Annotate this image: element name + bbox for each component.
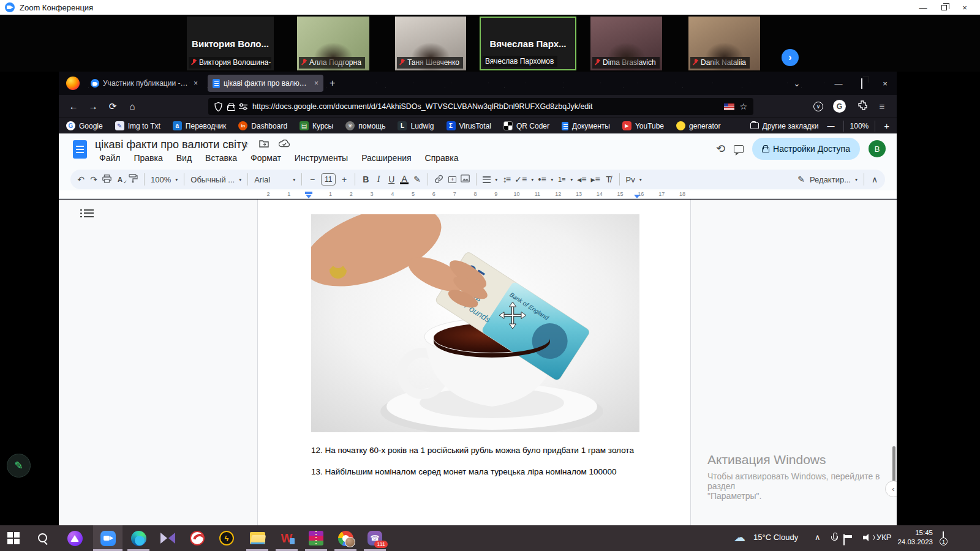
menu-insert[interactable]: Вставка — [200, 152, 243, 163]
address-bar[interactable]: https://docs.google.com/document/d/14Akh… — [208, 98, 753, 115]
numbered-list-icon[interactable]: 1≡ — [557, 176, 566, 183]
document-image-banknote-in-coffee[interactable]: £5 Bank of England Five Pounds — [311, 214, 639, 432]
participant-tile-viktoria[interactable]: Виктория Воло... Виктория Волошина-... — [187, 17, 274, 70]
list-all-tabs-chevron[interactable]: ⌄ — [785, 79, 809, 88]
taskbar-chrome-icon[interactable] — [337, 530, 353, 546]
bookmark-google[interactable]: GGoogle — [66, 121, 103, 130]
taskbar-daemon-tools-icon[interactable]: ϟ — [219, 530, 235, 546]
bookmark-translator[interactable]: aПереводчик — [173, 121, 227, 130]
show-outline-icon[interactable] — [84, 209, 94, 217]
print-icon[interactable] — [102, 174, 111, 185]
menu-format[interactable]: Формат — [245, 152, 287, 163]
pocket-icon[interactable]: ∨ — [813, 102, 833, 111]
underline-button[interactable]: U — [387, 174, 396, 184]
page-zoom-in-button[interactable]: + — [884, 121, 889, 131]
menu-view[interactable]: Вид — [171, 152, 197, 163]
spell-check-icon[interactable]: A — [116, 176, 124, 183]
tab-close-icon[interactable]: × — [313, 79, 318, 88]
zoom-minimize-button[interactable]: — — [913, 1, 933, 14]
taskbar-kmplayer-icon[interactable] — [160, 530, 176, 546]
italic-button[interactable]: I — [374, 174, 383, 184]
menu-file[interactable]: Файл — [94, 152, 126, 163]
clear-formatting-icon[interactable]: T̸ — [605, 174, 613, 184]
browser-restore-button[interactable] — [850, 79, 873, 88]
bookmark-star-icon[interactable]: ☆ — [739, 102, 747, 111]
start-button[interactable] — [6, 530, 21, 546]
reload-button[interactable]: ⟳ — [103, 101, 123, 112]
tray-clock[interactable]: 15:4524.03.2023 — [896, 528, 933, 547]
insert-image-icon[interactable] — [461, 174, 470, 184]
zoom-restore-button[interactable] — [933, 1, 954, 14]
forward-button[interactable]: → — [83, 101, 103, 111]
editing-mode-select[interactable]: Редактир... — [810, 175, 851, 184]
pv-extension-button[interactable]: Pv — [626, 175, 635, 184]
cloud-saved-icon[interactable] — [279, 140, 290, 149]
bookmark-documents[interactable]: Документы — [562, 122, 610, 130]
bookmark-qr-coder[interactable]: QR Coder — [503, 121, 549, 130]
other-bookmarks-folder[interactable]: Другие закладки — [750, 122, 819, 130]
version-history-icon[interactable]: ⟲ — [716, 142, 725, 156]
align-icon[interactable] — [483, 176, 491, 183]
taskbar-winrar-icon[interactable] — [308, 530, 324, 546]
menu-hamburger-icon[interactable]: ≡ — [872, 101, 892, 111]
taskbar-wps-office-icon[interactable]: W — [279, 530, 295, 546]
document-ruler[interactable]: 21123456789101112131415161718 — [59, 190, 897, 199]
add-comment-icon[interactable]: + — [448, 176, 456, 183]
comments-icon[interactable] — [734, 145, 744, 153]
taskbar-comodo-icon[interactable] — [189, 530, 205, 546]
document-page[interactable]: £5 Bank of England Five Pounds — [257, 200, 691, 525]
page-zoom-out-button[interactable]: — — [827, 122, 835, 130]
participant-tile-danik[interactable]: Danik Nataliia — [688, 17, 760, 70]
participant-tile-tanya[interactable]: Таня Шевченко — [395, 17, 466, 70]
font-size-field[interactable]: 11 — [321, 173, 336, 186]
firefox-logo-icon[interactable] — [66, 77, 80, 90]
collapse-toolbar-chevron[interactable]: ∧ — [870, 174, 879, 184]
google-docs-logo[interactable] — [73, 140, 87, 159]
notification-center-icon[interactable]: 1 — [943, 531, 944, 543]
bulleted-list-icon[interactable]: •≡ — [538, 174, 546, 184]
taskbar-alice-icon[interactable] — [67, 530, 83, 546]
participant-tile-alla[interactable]: Алла Подгорна — [297, 17, 369, 70]
increase-font-size-button[interactable]: + — [340, 174, 349, 184]
bookmark-kursy[interactable]: ▤Курсы — [300, 121, 333, 130]
tab-zoom-participant[interactable]: Участник публикации - Zoom × — [86, 75, 203, 92]
browser-minimize-button[interactable]: — — [827, 79, 850, 88]
tab-google-docs-active[interactable]: цікаві факти про валюти світу × — [208, 75, 323, 92]
decrease-font-size-button[interactable]: − — [308, 174, 317, 184]
paragraph-style-select[interactable]: Обычный ... — [190, 175, 235, 184]
taskbar-zoom-icon[interactable] — [100, 530, 116, 546]
insert-link-icon[interactable] — [434, 174, 444, 185]
browser-close-button[interactable]: × — [873, 79, 897, 88]
zoom-select[interactable]: 100% — [151, 175, 171, 184]
bookmark-virustotal[interactable]: ΣVirusTotal — [447, 121, 491, 130]
font-select[interactable]: Arial — [254, 175, 288, 184]
menu-edit[interactable]: Правка — [128, 152, 168, 163]
zoom-close-button[interactable]: × — [954, 1, 975, 14]
first-line-indent-marker[interactable] — [305, 192, 312, 194]
us-flag-translate-icon[interactable] — [724, 103, 734, 110]
taskbar-edge-icon[interactable] — [130, 530, 146, 546]
share-settings-button[interactable]: Настройки Доступа — [752, 138, 860, 160]
menu-tools[interactable]: Инструменты — [289, 152, 353, 163]
new-tab-button[interactable]: + — [330, 78, 335, 89]
bookmark-img-to-txt[interactable]: ✎Img to Txt — [115, 121, 160, 130]
line-spacing-icon[interactable]: ↕≡ — [502, 174, 510, 184]
decrease-indent-icon[interactable]: ◂≡ — [577, 174, 586, 184]
tray-expand-chevron[interactable]: ∧ — [815, 533, 821, 542]
tracking-protection-shield-icon[interactable] — [214, 102, 222, 111]
right-indent-marker[interactable] — [634, 195, 640, 198]
redo-icon[interactable]: ↷ — [89, 174, 98, 184]
taskbar-file-explorer-icon[interactable] — [249, 530, 265, 546]
paint-format-icon[interactable] — [129, 174, 138, 185]
page-zoom-level[interactable]: 100% — [843, 121, 876, 132]
account-avatar-icon[interactable]: G — [833, 100, 853, 113]
star-document-icon[interactable]: ☆ — [241, 140, 249, 149]
taskbar-viber-icon[interactable]: ☎111 — [367, 530, 383, 546]
checklist-icon[interactable]: ✓≡ — [514, 174, 527, 184]
zoom-annotate-pencil-button[interactable]: ✎ — [7, 454, 31, 478]
search-button[interactable] — [35, 530, 51, 546]
next-participants-button[interactable]: › — [782, 49, 799, 66]
bookmark-youtube[interactable]: ▶YouTube — [622, 121, 664, 130]
bold-button[interactable]: B — [361, 174, 370, 184]
site-permissions-icon[interactable] — [239, 103, 247, 110]
